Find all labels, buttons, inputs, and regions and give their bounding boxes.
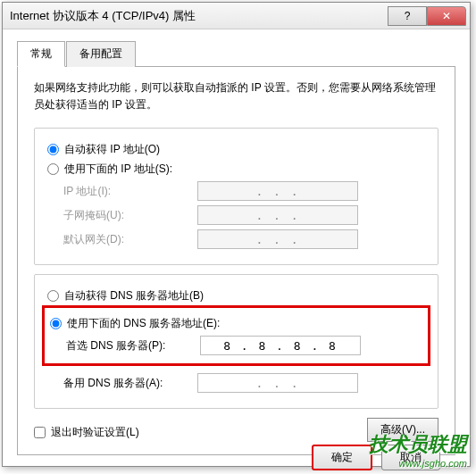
description-text: 如果网络支持此功能，则可以获取自动指派的 IP 设置。否则，您需要从网络系统管理… [34,79,438,113]
tab-general[interactable]: 常规 [17,41,65,67]
ip-auto-label[interactable]: 自动获得 IP 地址(O) [64,142,160,157]
properties-dialog: Internet 协议版本 4 (TCP/IPv4) 属性 ? ✕ 常规 备用配… [2,2,471,467]
subnet-mask-label: 子网掩码(U): [63,208,197,223]
dns-manual-label[interactable]: 使用下面的 DNS 服务器地址(E): [67,316,220,331]
validate-row: 退出时验证设置(L) [34,425,139,440]
cancel-button[interactable]: 取消 [381,445,440,470]
dialog-buttons: 确定 取消 [312,445,440,470]
tab-panel-general: 如果网络支持此功能，则可以获取自动指派的 IP 设置。否则，您需要从网络系统管理… [17,67,455,455]
dns-alternate-label: 备用 DNS 服务器(A): [63,376,197,391]
advanced-button[interactable]: 高级(V)... [367,418,438,442]
dns-auto-row: 自动获得 DNS 服务器地址(B) [47,288,425,304]
dns-manual-radio[interactable] [50,318,62,329]
tab-strip: 常规 备用配置 [17,40,455,67]
ip-auto-radio[interactable] [47,144,59,155]
dns-alternate-input[interactable]: . . . [197,373,358,393]
ip-manual-radio[interactable] [47,163,59,175]
ip-manual-label[interactable]: 使用下面的 IP 地址(S): [64,162,172,177]
gateway-label: 默认网关(D): [63,232,197,247]
dns-alternate-row: 备用 DNS 服务器(A): . . . [63,373,425,393]
ip-address-input: . . . [197,181,358,201]
dns-manual-row: 使用下面的 DNS 服务器地址(E): [50,316,422,331]
dns-auto-radio[interactable] [47,290,59,302]
dns-preferred-label: 首选 DNS 服务器(P): [66,338,200,353]
dns-preferred-row: 首选 DNS 服务器(P): 8 . 8 . 8 . 8 [66,336,422,355]
dns-auto-label[interactable]: 自动获得 DNS 服务器地址(B) [64,288,204,304]
ip-address-label: IP 地址(I): [63,184,197,199]
ip-auto-row: 自动获得 IP 地址(O) [47,142,425,157]
tab-alternate[interactable]: 备用配置 [66,41,136,67]
validate-checkbox[interactable] [34,427,46,438]
footer-row: 退出时验证设置(L) 高级(V)... [34,418,438,442]
ip-manual-row: 使用下面的 IP 地址(S): [47,162,425,177]
subnet-mask-row: 子网掩码(U): . . . [63,205,425,225]
help-button[interactable]: ? [388,6,427,26]
ip-group: 自动获得 IP 地址(O) 使用下面的 IP 地址(S): IP 地址(I): … [34,128,438,265]
titlebar: Internet 协议版本 4 (TCP/IPv4) 属性 ? ✕ [3,3,470,29]
dns-group: 自动获得 DNS 服务器地址(B) 使用下面的 DNS 服务器地址(E): 首选… [34,274,438,409]
ip-address-row: IP 地址(I): . . . [63,181,425,201]
gateway-input: . . . [197,229,358,249]
window-controls: ? ✕ [388,6,466,26]
dns-highlight: 使用下面的 DNS 服务器地址(E): 首选 DNS 服务器(P): 8 . 8… [42,305,430,366]
dns-preferred-input[interactable]: 8 . 8 . 8 . 8 [200,336,361,355]
subnet-mask-input: . . . [197,205,358,225]
gateway-row: 默认网关(D): . . . [63,229,425,249]
content-area: 常规 备用配置 如果网络支持此功能，则可以获取自动指派的 IP 设置。否则，您需… [3,29,470,466]
validate-label[interactable]: 退出时验证设置(L) [51,425,139,440]
ok-button[interactable]: 确定 [312,445,372,470]
close-button[interactable]: ✕ [427,6,466,26]
window-title: Internet 协议版本 4 (TCP/IPv4) 属性 [6,8,388,24]
